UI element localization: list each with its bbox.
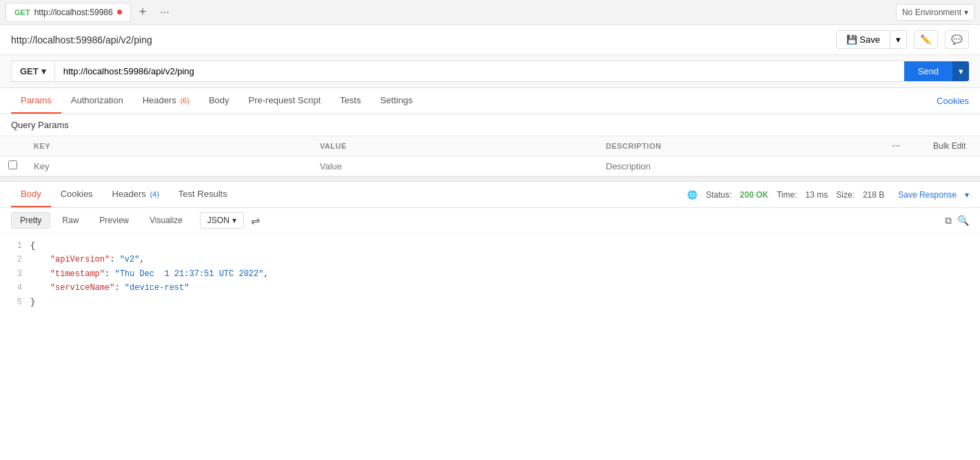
resp-test-label: Test Results [178,189,227,199]
format-label: JSON [207,216,229,225]
resp-headers-badge: (4) [150,190,159,198]
th-bulk: Bulk Edit [925,136,980,156]
comma-2: , [139,255,144,264]
fmt-visualize-label: Visualize [150,216,183,225]
filter-icon[interactable]: ⇌ [247,213,264,229]
resp-tab-cookies[interactable]: Cookies [51,182,103,207]
send-dropdown-button[interactable]: ▾ [952,61,969,81]
tab-headers[interactable]: Headers (6) [133,88,199,114]
search-icon[interactable]: 🔍 [957,215,969,227]
val-3: "Thu Dec 1 21:37:51 UTC 2022" [114,269,263,279]
more-tabs-button[interactable]: ··· [154,6,174,19]
table-row [0,156,980,176]
tab-params[interactable]: Params [11,88,61,114]
indent-2 [30,255,50,264]
th-key: KEY [25,136,312,156]
resp-cookies-label: Cookies [61,189,93,199]
tab-settings[interactable]: Settings [371,88,422,114]
val-4: "device-rest" [125,283,190,293]
description-input[interactable] [606,161,875,171]
resp-tab-headers[interactable]: Headers (4) [103,182,169,207]
th-value: VALUE [312,136,598,156]
environment-selector[interactable]: No Environment ▾ [896,4,974,21]
tab-headers-label: Headers [143,95,176,105]
line-num-2: 2 [6,253,30,266]
save-dropdown-button[interactable]: ▾ [890,31,906,48]
row-value-cell [312,156,598,176]
edit-button[interactable]: ✏️ [914,30,938,49]
method-chevron-icon: ▾ [41,66,46,76]
tab-body[interactable]: Body [199,88,239,114]
save-chevron-icon: ▾ [896,34,901,45]
section-title: Query Params [0,114,980,136]
status-value: 200 OK [740,190,768,200]
send-button[interactable]: Send [904,61,952,81]
resp-body-label: Body [21,189,41,199]
format-selector[interactable]: JSON ▾ [200,212,244,229]
indent-3 [30,269,50,279]
value-input[interactable] [320,161,589,171]
send-button-group: Send ▾ [904,61,969,81]
section-divider [0,176,980,182]
env-chevron-icon: ▾ [964,8,968,17]
method-selector[interactable]: GET ▾ [11,61,54,82]
save-button-group: 💾 Save ▾ [836,30,907,49]
save-icon: 💾 [846,34,857,45]
resp-tab-test-results[interactable]: Test Results [169,182,237,207]
method-label: GET [20,66,39,76]
fmt-tab-pretty[interactable]: Pretty [11,212,50,229]
query-params-section: Query Params KEY VALUE DESCRIPTION ··· B… [0,114,980,176]
size-value: 218 B [863,190,884,200]
globe-icon: 🌐 [687,190,697,200]
save-response-button[interactable]: Save Response [898,190,957,200]
row-extra-cell [925,156,980,176]
tab-tests[interactable]: Tests [330,88,370,114]
tab-settings-label: Settings [380,95,413,105]
actions-dots-icon: ··· [892,140,901,151]
code-action-icons: ⧉ 🔍 [945,215,969,227]
tab-authorization-label: Authorization [71,95,123,105]
fmt-tab-preview[interactable]: Preview [90,212,138,229]
environment-label: No Environment [902,8,961,17]
row-checkbox[interactable] [8,160,17,169]
bulk-edit-button[interactable]: Bulk Edit [933,141,966,151]
line-num-5: 5 [6,295,30,309]
time-value: 13 ms [806,190,828,200]
time-label: Time: [777,190,797,200]
save-button[interactable]: 💾 Save [837,31,890,48]
comma-3: , [263,269,268,279]
key-input[interactable] [34,161,303,171]
code-line-1: 1 { [0,239,980,253]
copy-icon[interactable]: ⧉ [945,215,952,227]
fmt-tab-raw[interactable]: Raw [53,212,88,229]
tab-prerequest[interactable]: Pre-request Script [239,88,331,114]
indent-4 [30,283,50,293]
code-line-5: 5 } [0,295,980,309]
tab-body-label: Body [209,95,229,105]
comment-button[interactable]: 💬 [945,30,969,49]
app-container: GET http://localhost:59986 + ··· No Envi… [0,0,980,460]
fmt-tab-visualize[interactable]: Visualize [141,212,192,229]
add-tab-button[interactable]: + [134,5,152,19]
fmt-raw-label: Raw [62,216,79,225]
active-tab[interactable]: GET http://localhost:59986 [6,3,131,22]
tab-params-label: Params [21,95,52,105]
request-title: http://localhost:59986/api/v2/ping [11,34,830,45]
key-3: "timestamp" [50,269,105,279]
line-content-3: "timestamp": "Thu Dec 1 21:37:51 UTC 202… [30,267,974,281]
code-line-2: 2 "apiVersion": "v2", [0,253,980,266]
row-desc-cell [598,156,884,176]
fmt-preview-label: Preview [99,216,129,225]
cookies-link[interactable]: Cookies [937,89,969,113]
resp-tab-body[interactable]: Body [11,182,51,207]
size-label: Size: [836,190,855,200]
key-2: "apiVersion" [50,255,110,264]
response-tabs: Body Cookies Headers (4) Test Results 🌐 … [0,182,980,208]
status-label: Status: [706,190,731,200]
code-line-3: 3 "timestamp": "Thu Dec 1 21:37:51 UTC 2… [0,267,980,281]
send-chevron-icon: ▾ [959,66,963,76]
resp-headers-label: Headers [112,189,146,199]
colon-3: : [105,269,114,279]
tab-authorization[interactable]: Authorization [61,88,133,114]
url-input[interactable] [54,61,904,82]
